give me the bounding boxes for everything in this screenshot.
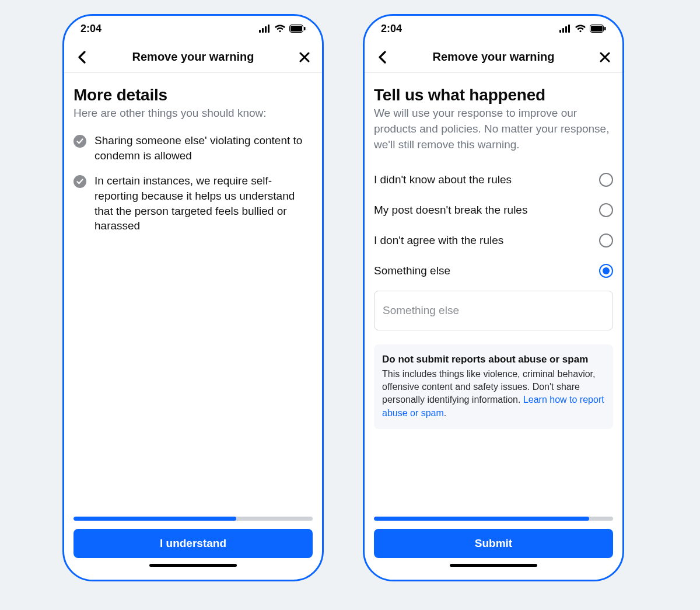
status-icons: [559, 25, 606, 33]
detail-item: In certain instances, we require self-re…: [74, 173, 313, 233]
progress-bar: [74, 517, 313, 521]
nav-title: Remove your warning: [433, 50, 555, 64]
footer: I understand: [64, 517, 322, 580]
wifi-icon: [575, 25, 586, 33]
page-title: Tell us what happened: [374, 86, 613, 104]
svg-rect-0: [259, 30, 261, 33]
close-icon: [299, 52, 310, 62]
home-indicator[interactable]: [149, 564, 237, 567]
reason-option[interactable]: My post doesn't break the rules: [374, 195, 613, 225]
svg-rect-10: [568, 25, 570, 33]
content-area: More details Here are other things you s…: [64, 73, 322, 517]
phone-screen-more-details: 2:04 Remove your warning More details He…: [62, 14, 324, 581]
detail-text: Sharing someone else' violating content …: [94, 133, 313, 163]
detail-item: Sharing someone else' violating content …: [74, 133, 313, 163]
reason-radio-group: I didn't know about the rulesMy post doe…: [374, 165, 613, 286]
something-else-input[interactable]: [374, 291, 613, 330]
navigation-bar: Remove your warning: [64, 41, 322, 73]
close-button[interactable]: [296, 49, 313, 65]
notice-body-after: .: [444, 408, 446, 418]
radio-indicator[interactable]: [599, 264, 613, 278]
chevron-left-icon: [378, 51, 386, 64]
status-bar: 2:04: [365, 16, 622, 41]
check-icon: [74, 175, 86, 188]
page-title: More details: [74, 86, 313, 104]
understand-button[interactable]: I understand: [74, 529, 313, 558]
svg-rect-1: [262, 28, 264, 33]
page-subtitle: Here are other things you should know:: [74, 106, 313, 121]
battery-icon: [289, 25, 306, 33]
detail-text: In certain instances, we require self-re…: [94, 173, 313, 233]
close-button[interactable]: [597, 49, 613, 65]
progress-fill: [374, 517, 589, 521]
status-icons: [259, 25, 306, 33]
status-time: 2:04: [381, 23, 402, 35]
nav-title: Remove your warning: [132, 50, 254, 64]
svg-rect-12: [591, 26, 603, 32]
svg-rect-5: [290, 26, 302, 32]
radio-indicator[interactable]: [599, 203, 613, 217]
reason-option[interactable]: Something else: [374, 256, 613, 286]
battery-icon: [590, 25, 606, 33]
svg-rect-3: [268, 25, 270, 33]
check-icon: [74, 135, 86, 148]
svg-rect-7: [559, 30, 561, 33]
cellular-icon: [259, 25, 271, 33]
reason-option[interactable]: I don't agree with the rules: [374, 225, 613, 256]
reason-option-label: Something else: [374, 264, 450, 277]
close-icon: [600, 52, 610, 62]
radio-indicator[interactable]: [599, 173, 613, 187]
reason-option-label: I don't agree with the rules: [374, 234, 503, 247]
reason-option-label: I didn't know about the rules: [374, 173, 512, 186]
content-area: Tell us what happened We will use your r…: [365, 73, 622, 517]
svg-rect-8: [562, 28, 564, 33]
svg-rect-13: [604, 27, 606, 30]
wifi-icon: [274, 25, 286, 33]
back-button[interactable]: [74, 49, 90, 65]
reason-option-label: My post doesn't break the rules: [374, 204, 527, 217]
phone-screen-tell-us: 2:04 Remove your warning Tell us what ha…: [363, 14, 624, 581]
progress-bar: [374, 517, 613, 521]
svg-rect-6: [304, 27, 306, 30]
chevron-left-icon: [78, 51, 86, 64]
status-bar: 2:04: [64, 16, 322, 41]
status-time: 2:04: [80, 23, 102, 35]
page-subtitle: We will use your response to improve our…: [374, 106, 613, 153]
navigation-bar: Remove your warning: [365, 41, 622, 73]
progress-fill: [74, 517, 236, 521]
submit-button[interactable]: Submit: [374, 529, 613, 558]
footer: Submit: [365, 517, 622, 580]
radio-indicator[interactable]: [599, 233, 613, 248]
home-indicator[interactable]: [450, 564, 537, 567]
svg-rect-2: [265, 26, 267, 33]
notice-title: Do not submit reports about abuse or spa…: [382, 353, 605, 367]
cellular-icon: [559, 25, 571, 33]
reason-option[interactable]: I didn't know about the rules: [374, 165, 613, 195]
back-button[interactable]: [374, 49, 390, 65]
svg-rect-9: [565, 26, 567, 33]
abuse-spam-notice: Do not submit reports about abuse or spa…: [374, 344, 613, 429]
